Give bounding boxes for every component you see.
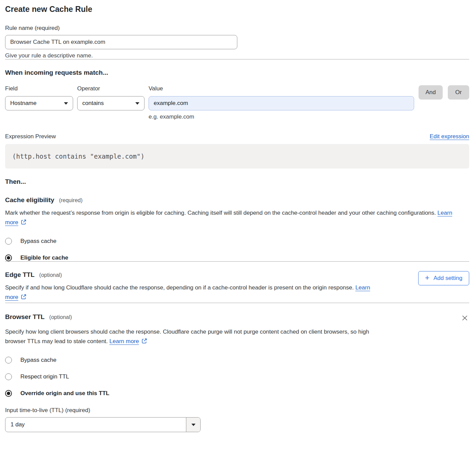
radio-selected-icon bbox=[5, 254, 12, 261]
value-help: e.g. example.com bbox=[149, 113, 414, 120]
radio-label: Override origin and use this TTL bbox=[20, 390, 109, 397]
rule-name-input[interactable] bbox=[5, 35, 237, 49]
radio-label: Bypass cache bbox=[20, 238, 56, 245]
ttl-select-arrow-button[interactable] bbox=[186, 418, 200, 432]
radio-icon bbox=[5, 238, 12, 245]
chevron-down-icon bbox=[135, 102, 139, 105]
operator-select[interactable]: contains bbox=[77, 96, 144, 110]
external-link-icon bbox=[21, 220, 27, 226]
add-setting-label: Add setting bbox=[434, 275, 462, 282]
plus-icon: + bbox=[425, 274, 429, 282]
edge-ttl-description-text: Specify if and how long Cloudflare shoul… bbox=[5, 284, 354, 291]
radio-label: Eligible for cache bbox=[20, 254, 68, 261]
radio-selected-icon bbox=[5, 390, 12, 397]
field-select[interactable]: Hostname bbox=[5, 96, 73, 110]
cache-eligibility-section: Cache eligibility (required) Mark whethe… bbox=[5, 196, 469, 261]
browser-ttl-description: Specify how long client browsers should … bbox=[5, 327, 379, 347]
edge-ttl-section: Edge TTL (optional) Specify if and how l… bbox=[5, 271, 469, 303]
radio-icon bbox=[5, 373, 12, 380]
radio-label: Respect origin TTL bbox=[20, 373, 69, 380]
edit-expression-link[interactable]: Edit expression bbox=[430, 133, 469, 140]
edge-ttl-title: Edge TTL bbox=[5, 271, 35, 278]
chevron-down-icon bbox=[64, 102, 68, 105]
close-icon[interactable] bbox=[460, 314, 469, 323]
rule-name-label: Rule name (required) bbox=[5, 25, 469, 32]
cache-eligibility-description-text: Mark whether the request’s response from… bbox=[5, 210, 436, 216]
cache-eligibility-qualifier: (required) bbox=[59, 197, 82, 203]
rule-name-help: Give your rule a descriptive name. bbox=[5, 52, 469, 59]
field-label: Field bbox=[5, 85, 73, 92]
create-cache-rule-form: Create new Cache Rule Rule name (require… bbox=[0, 0, 476, 438]
value-label: Value bbox=[149, 85, 414, 92]
cache-eligibility-title: Cache eligibility bbox=[5, 196, 54, 204]
operator-select-value: contains bbox=[82, 100, 104, 107]
add-setting-button[interactable]: + Add setting bbox=[418, 271, 469, 285]
edge-ttl-qualifier: (optional) bbox=[39, 272, 62, 278]
chevron-down-icon bbox=[191, 424, 196, 426]
radio-label: Bypass cache bbox=[20, 357, 56, 364]
ttl-input-label: Input time-to-live (TTL) (required) bbox=[5, 407, 469, 414]
browser-ttl-learn-more-link[interactable]: Learn more bbox=[109, 338, 139, 344]
value-input[interactable] bbox=[149, 96, 414, 110]
and-button[interactable]: And bbox=[419, 85, 443, 100]
radio-option-bypass-cache-browser[interactable]: Bypass cache bbox=[5, 357, 469, 364]
divider bbox=[5, 303, 469, 303]
match-heading: When incoming requests match... bbox=[5, 69, 469, 76]
cache-eligibility-description: Mark whether the request’s response from… bbox=[5, 208, 462, 228]
match-builder-row: Field Hostname Operator contains Value e… bbox=[5, 85, 469, 120]
edge-ttl-description: Specify if and how long Cloudflare shoul… bbox=[5, 283, 379, 303]
or-button[interactable]: Or bbox=[448, 85, 469, 100]
radio-icon bbox=[5, 357, 12, 364]
radio-option-bypass-cache[interactable]: Bypass cache bbox=[5, 238, 469, 245]
external-link-icon bbox=[141, 339, 147, 345]
field-select-value: Hostname bbox=[10, 100, 36, 107]
radio-option-eligible-for-cache[interactable]: Eligible for cache bbox=[5, 254, 469, 261]
ttl-select-value: 1 day bbox=[5, 418, 186, 432]
browser-ttl-section: Browser TTL (optional) Specify how long … bbox=[5, 313, 469, 432]
divider bbox=[5, 261, 469, 262]
operator-label: Operator bbox=[77, 85, 144, 92]
browser-ttl-description-text: Specify how long client browsers should … bbox=[5, 329, 369, 344]
external-link-icon bbox=[21, 295, 27, 301]
then-heading: Then... bbox=[5, 178, 469, 185]
expression-preview-label: Expression Preview bbox=[5, 133, 56, 140]
page-title: Create new Cache Rule bbox=[5, 5, 469, 14]
divider bbox=[5, 59, 469, 59]
radio-option-override-origin-ttl[interactable]: Override origin and use this TTL bbox=[5, 390, 469, 397]
browser-ttl-qualifier: (optional) bbox=[49, 314, 72, 320]
expression-preview-code: (http.host contains "example.com") bbox=[5, 144, 469, 169]
browser-ttl-title: Browser TTL bbox=[5, 313, 45, 320]
radio-option-respect-origin-ttl[interactable]: Respect origin TTL bbox=[5, 373, 469, 380]
ttl-select[interactable]: 1 day bbox=[5, 417, 201, 432]
